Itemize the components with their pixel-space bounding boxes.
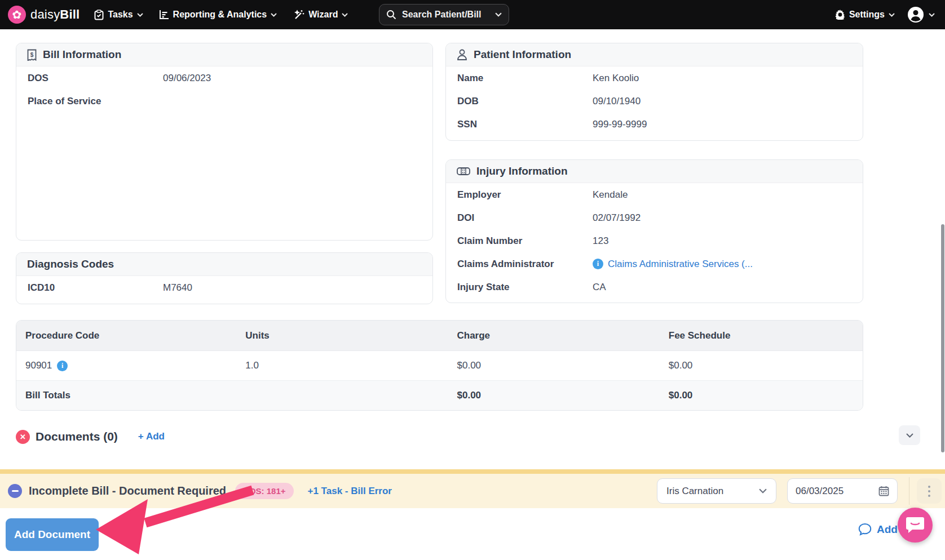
vertical-scrollbar-thumb[interactable] bbox=[941, 224, 944, 452]
divider bbox=[909, 477, 909, 505]
row-label: SSN bbox=[457, 119, 593, 130]
error-x-icon: ✕ bbox=[16, 430, 30, 444]
search-patient-bill[interactable]: Search Patient/Bill bbox=[379, 4, 509, 25]
nav-menu-settings[interactable]: Settings bbox=[835, 10, 895, 20]
procedure-code-value: 90901 bbox=[25, 360, 52, 371]
status-title: Incomplete Bill - Document Required bbox=[29, 485, 226, 497]
assignee-dropdown[interactable]: Iris Carnation bbox=[657, 478, 776, 504]
documents-add-link[interactable]: + Add bbox=[138, 431, 165, 442]
row-value: 02/07/1992 bbox=[593, 212, 641, 224]
row-label: DOS bbox=[28, 73, 163, 84]
chevron-down-icon bbox=[759, 488, 767, 494]
units-value: 1.0 bbox=[236, 360, 448, 371]
procedure-table-row: 90901 i 1.0 $0.00 $0.00 bbox=[16, 351, 863, 381]
row-label: DOI bbox=[457, 212, 593, 224]
bill-totals-charge: $0.00 bbox=[448, 390, 660, 401]
diagnosis-codes-title: Diagnosis Codes bbox=[27, 258, 114, 270]
nav-settings-label: Settings bbox=[849, 10, 885, 20]
row-label: Name bbox=[457, 73, 593, 84]
bill-information-panel: $ Bill Information DOS 09/06/2023 Place … bbox=[16, 43, 433, 241]
clipboard-icon bbox=[94, 10, 104, 20]
diagnosis-row-icd10: ICD10 M7640 bbox=[16, 276, 432, 299]
charge-value: $0.00 bbox=[448, 360, 660, 371]
calendar-icon bbox=[878, 486, 889, 496]
row-label: Injury State bbox=[457, 282, 593, 293]
row-value: 09/06/2023 bbox=[163, 73, 211, 84]
bill-row-dos: DOS 09/06/2023 bbox=[16, 66, 432, 90]
brand-name: daisyBill bbox=[30, 7, 80, 22]
row-value: Kendale bbox=[593, 189, 628, 201]
date-value: 06/03/2025 bbox=[796, 486, 878, 497]
documents-section: ✕ Documents (0) + Add bbox=[16, 425, 929, 448]
injury-row-claim-number: Claim Number 123 bbox=[446, 229, 863, 252]
patient-information-title: Patient Information bbox=[474, 48, 571, 61]
procedure-table: Procedure Code Units Charge Fee Schedule… bbox=[16, 320, 863, 411]
claims-administrator-link[interactable]: Claims Administrative Services (... bbox=[608, 259, 753, 270]
bill-totals-row: Bill Totals $0.00 $0.00 bbox=[16, 381, 863, 410]
diagnosis-codes-panel: Diagnosis Codes ICD10 M7640 bbox=[16, 252, 433, 304]
injury-row-doi: DOI 02/07/1992 bbox=[446, 206, 863, 229]
chevron-down-icon bbox=[906, 433, 913, 438]
row-value: CA bbox=[593, 282, 606, 293]
diagnosis-codes-header: Diagnosis Codes bbox=[16, 253, 432, 276]
procedure-table-header: Procedure Code Units Charge Fee Schedule bbox=[16, 321, 863, 351]
chevron-down-icon bbox=[137, 13, 143, 17]
top-nav: ✿ daisyBill Tasks Reporting & Analytics … bbox=[0, 0, 945, 29]
chart-icon bbox=[159, 10, 169, 20]
row-label: Place of Service bbox=[28, 96, 163, 107]
injury-row-injury-state: Injury State CA bbox=[446, 275, 863, 299]
col-procedure-code: Procedure Code bbox=[16, 330, 236, 341]
nav-tasks-label: Tasks bbox=[108, 10, 133, 20]
chevron-down-icon bbox=[342, 13, 348, 17]
documents-collapse-button[interactable] bbox=[899, 425, 920, 445]
search-icon bbox=[386, 10, 396, 20]
nav-menu-tasks[interactable]: Tasks bbox=[94, 10, 143, 20]
injury-row-employer: Employer Kendale bbox=[446, 183, 863, 206]
info-icon[interactable]: i bbox=[593, 259, 603, 269]
bill-totals-label: Bill Totals bbox=[16, 390, 236, 401]
incomplete-bill-status-bar: Incomplete Bill - Document Required DOS:… bbox=[0, 469, 945, 508]
fee-schedule-value: $0.00 bbox=[660, 360, 863, 371]
minus-status-icon bbox=[8, 484, 22, 498]
nav-menu-reporting-analytics[interactable]: Reporting & Analytics bbox=[159, 10, 277, 20]
patient-row-ssn: SSN 999-99-9999 bbox=[446, 113, 863, 136]
documents-title: Documents (0) bbox=[36, 430, 118, 443]
row-value: 999-99-9999 bbox=[593, 119, 647, 130]
injury-row-claims-administrator: Claims Administrator i Claims Administra… bbox=[446, 252, 863, 275]
row-label: Employer bbox=[457, 189, 593, 201]
row-label: ICD10 bbox=[28, 282, 163, 294]
avatar-icon bbox=[907, 6, 924, 23]
search-label: Search Patient/Bill bbox=[402, 10, 489, 20]
nav-menu-wizard[interactable]: Wizard bbox=[294, 10, 348, 20]
bandage-icon bbox=[457, 167, 470, 176]
add-document-button[interactable]: Add Document bbox=[6, 518, 99, 551]
due-date-field[interactable]: 06/03/2025 bbox=[787, 478, 898, 504]
patient-row-dob: DOB 09/10/1940 bbox=[446, 90, 863, 113]
bill-row-place-of-service: Place of Service bbox=[16, 90, 432, 113]
row-label: Claims Administrator bbox=[457, 259, 593, 270]
nav-wizard-label: Wizard bbox=[308, 10, 338, 20]
injury-information-header: Injury Information bbox=[446, 160, 863, 183]
chevron-down-icon bbox=[889, 13, 895, 17]
chevron-down-icon bbox=[271, 13, 277, 17]
row-value: 09/10/1940 bbox=[593, 96, 641, 107]
chat-smile-icon bbox=[906, 516, 925, 534]
bill-information-title: Bill Information bbox=[43, 48, 121, 61]
patient-row-name: Name Ken Koolio bbox=[446, 66, 863, 90]
dos-badge: DOS: 181+ bbox=[235, 483, 293, 499]
row-label: DOB bbox=[457, 96, 593, 107]
user-account-menu[interactable] bbox=[907, 6, 935, 23]
task-bill-error-link[interactable]: +1 Task - Bill Error bbox=[308, 486, 392, 497]
chat-widget-button[interactable] bbox=[898, 508, 933, 543]
info-icon[interactable]: i bbox=[57, 361, 68, 371]
col-charge: Charge bbox=[448, 330, 660, 341]
patient-information-header: Patient Information bbox=[446, 43, 863, 66]
gear-icon bbox=[835, 10, 845, 20]
row-value: M7640 bbox=[163, 282, 192, 294]
daisybill-logo[interactable]: ✿ daisyBill bbox=[8, 6, 80, 24]
nav-right-group: Settings bbox=[835, 0, 935, 29]
nav-reporting-label: Reporting & Analytics bbox=[173, 10, 267, 20]
more-options-button[interactable] bbox=[917, 478, 942, 504]
injury-information-title: Injury Information bbox=[476, 165, 568, 177]
daisy-flower-icon: ✿ bbox=[8, 6, 26, 24]
